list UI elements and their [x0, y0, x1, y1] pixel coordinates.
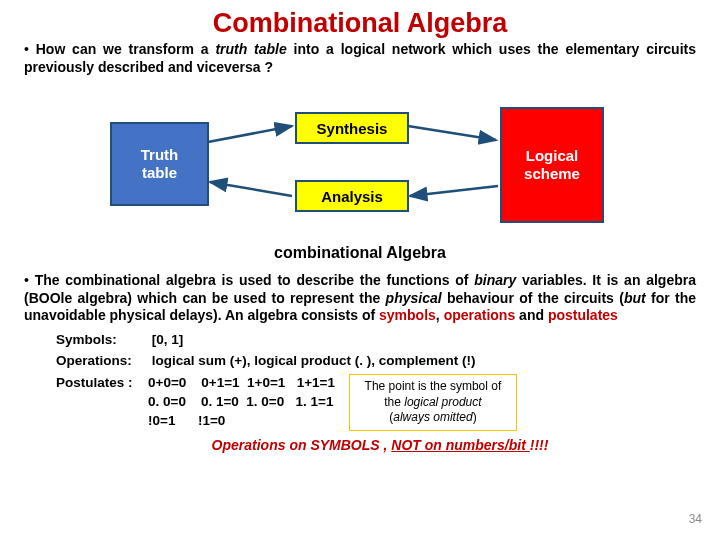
operations-row: Operations: logical sum (+), logical pro…	[56, 352, 696, 371]
definitions: Symbols: [0, 1] Operations: logical sum …	[56, 331, 696, 432]
postulates-label: Postulates :	[56, 374, 148, 393]
svg-line-3	[210, 182, 292, 196]
intro-bullet: • How can we transform a truth table int…	[24, 41, 696, 76]
intro-truth: truth table	[215, 41, 286, 57]
svg-line-2	[410, 186, 498, 196]
truth-table-box: Truth table	[110, 122, 209, 206]
svg-line-1	[408, 126, 496, 140]
combinational-label: combinational Algebra	[24, 244, 696, 262]
postulates-value: 0+0=0 0+1=1 1+0=1 1+1=1 0. 0=0 0. 1=0 1.…	[148, 374, 335, 431]
slide: Combinational Algebra • How can we trans…	[0, 0, 720, 540]
svg-line-0	[208, 126, 292, 142]
page-number: 34	[689, 512, 702, 526]
note-box: The point is the symbol of the logical p…	[349, 374, 517, 431]
synthesis-box: Synthesis	[295, 112, 409, 144]
operations-value: logical sum (+), logical product (. ), c…	[152, 353, 476, 368]
description-para: • The combinational algebra is used to d…	[24, 272, 696, 325]
intro-pre: How can we transform a	[36, 41, 216, 57]
operations-label: Operations:	[56, 352, 148, 371]
page-title: Combinational Algebra	[24, 8, 696, 39]
symbols-row: Symbols: [0, 1]	[56, 331, 696, 350]
logical-scheme-box: Logical scheme	[500, 107, 604, 223]
symbols-label: Symbols:	[56, 331, 148, 350]
symbols-value: [0, 1]	[152, 332, 184, 347]
postulates-row: Postulates : 0+0=0 0+1=1 1+0=1 1+1=1 0. …	[56, 374, 696, 431]
footer-note: Operations on SYMBOLS , NOT on numbers/b…	[64, 437, 696, 453]
analysis-box: Analysis	[295, 180, 409, 212]
diagram: Truth table Synthesis Analysis Logical s…	[80, 82, 640, 242]
